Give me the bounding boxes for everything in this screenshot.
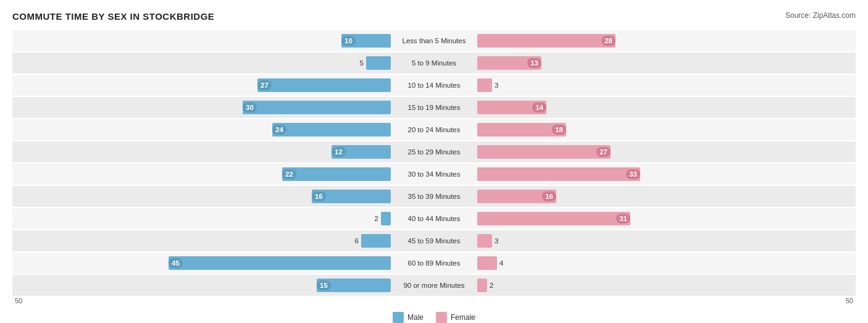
male-legend-label: Male [407, 313, 424, 322]
right-section: 13 [474, 56, 856, 70]
table-row: 2420 to 24 Minutes18 [12, 119, 856, 140]
category-label: 15 to 19 Minutes [394, 104, 474, 111]
table-row: 10Less than 5 Minutes28 [12, 30, 856, 51]
left-section: 10 [12, 34, 394, 48]
female-value: 4 [499, 259, 517, 267]
male-value: 2 [361, 215, 378, 222]
left-section: 30 [12, 101, 394, 114]
right-section: 16 [474, 190, 856, 203]
male-value: 22 [282, 169, 296, 179]
category-label: 45 to 59 Minutes [394, 237, 474, 245]
axis-left-label: 50 [12, 297, 434, 304]
female-value: 2 [490, 282, 507, 289]
right-section: 3 [474, 234, 856, 248]
right-section: 4 [474, 256, 856, 270]
legend-female: Female [436, 312, 475, 323]
male-value: 45 [169, 258, 183, 268]
legend: Male Female [12, 312, 856, 323]
right-section: 2 [474, 279, 856, 292]
chart-header: COMMUTE TIME BY SEX IN STOCKBRIDGE Sourc… [12, 11, 856, 22]
female-value: 3 [495, 237, 512, 245]
category-label: 10 to 14 Minutes [394, 82, 474, 89]
male-value: 24 [272, 125, 286, 135]
female-value: 14 [532, 103, 546, 112]
category-label: 30 to 34 Minutes [394, 170, 474, 178]
female-value: 31 [616, 214, 630, 224]
category-label: 90 or more Minutes [394, 282, 474, 289]
category-label: 35 to 39 Minutes [394, 193, 474, 200]
female-legend-label: Female [451, 313, 475, 322]
male-value: 15 [317, 280, 331, 290]
male-value: 16 [312, 191, 326, 201]
category-label: 5 to 9 Minutes [394, 59, 474, 67]
legend-male: Male [393, 312, 424, 323]
right-section: 27 [474, 145, 856, 159]
table-row: 1225 to 29 Minutes27 [12, 141, 856, 162]
axis-labels: 50 50 [12, 297, 856, 306]
female-swatch [436, 312, 447, 323]
left-section: 27 [12, 78, 394, 92]
female-value: 13 [527, 58, 541, 68]
category-label: 25 to 29 Minutes [394, 148, 474, 156]
right-section: 18 [474, 123, 856, 136]
table-row: 55 to 9 Minutes13 [12, 52, 856, 73]
table-row: 1590 or more Minutes2 [12, 275, 856, 296]
left-section: 6 [12, 234, 394, 248]
category-label: 40 to 44 Minutes [394, 215, 474, 222]
male-value: 5 [346, 59, 364, 67]
table-row: 2710 to 14 Minutes3 [12, 75, 856, 96]
female-value: 33 [626, 169, 640, 179]
chart-title: COMMUTE TIME BY SEX IN STOCKBRIDGE [12, 11, 214, 22]
table-row: 3015 to 19 Minutes14 [12, 97, 856, 118]
left-section: 15 [12, 279, 394, 292]
chart-container: COMMUTE TIME BY SEX IN STOCKBRIDGE Sourc… [0, 0, 868, 323]
male-value: 27 [257, 80, 272, 90]
category-label: 60 to 89 Minutes [394, 259, 474, 267]
left-section: 2 [12, 212, 394, 225]
left-section: 24 [12, 123, 394, 136]
table-row: 1635 to 39 Minutes16 [12, 186, 856, 207]
category-label: Less than 5 Minutes [394, 37, 474, 44]
male-value: 30 [243, 103, 257, 112]
female-value: 27 [596, 147, 611, 157]
category-label: 20 to 24 Minutes [394, 126, 474, 133]
left-section: 12 [12, 145, 394, 159]
table-row: 645 to 59 Minutes3 [12, 230, 856, 251]
table-row: 4560 to 89 Minutes4 [12, 253, 856, 274]
left-section: 45 [12, 256, 394, 270]
right-section: 14 [474, 101, 856, 114]
male-value: 6 [341, 237, 359, 245]
left-section: 22 [12, 167, 394, 181]
right-section: 3 [474, 78, 856, 92]
right-section: 28 [474, 34, 856, 48]
table-row: 2230 to 34 Minutes33 [12, 164, 856, 185]
axis-right-label: 50 [434, 297, 856, 304]
left-section: 5 [12, 56, 394, 70]
right-section: 31 [474, 212, 856, 225]
female-value: 28 [601, 36, 616, 46]
male-value: 12 [332, 147, 346, 157]
chart-source: Source: ZipAtlas.com [785, 11, 856, 20]
female-value: 16 [542, 191, 556, 201]
male-value: 10 [341, 36, 356, 46]
table-row: 240 to 44 Minutes31 [12, 208, 856, 229]
female-value: 3 [495, 82, 512, 89]
right-section: 33 [474, 167, 856, 181]
bar-chart: 10Less than 5 Minutes2855 to 9 Minutes13… [12, 30, 856, 296]
left-section: 16 [12, 190, 394, 203]
female-value: 18 [552, 125, 566, 135]
male-swatch [393, 312, 404, 323]
